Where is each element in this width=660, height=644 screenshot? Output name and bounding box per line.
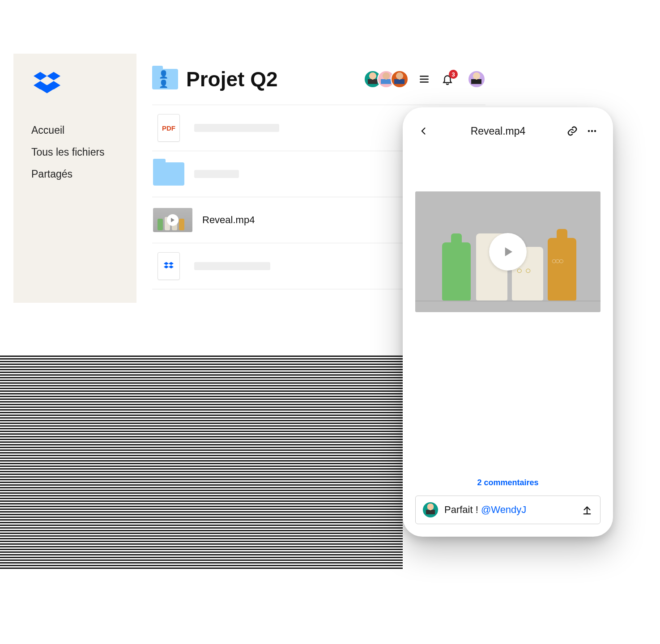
copy-link-button[interactable] bbox=[566, 124, 579, 138]
comments-link[interactable]: 2 commentaires bbox=[415, 470, 600, 496]
svg-marker-0 bbox=[34, 72, 47, 80]
comment-author-avatar bbox=[422, 501, 439, 518]
phone-header: Reveal.mp4 bbox=[415, 121, 600, 147]
comment-text[interactable]: Parfait ! @WendyJ bbox=[444, 504, 575, 516]
notifications-button[interactable]: 3 bbox=[440, 72, 455, 87]
pdf-icon: PDF bbox=[152, 115, 185, 141]
comment-body: Parfait ! bbox=[444, 504, 478, 515]
decorative-stripes bbox=[0, 356, 403, 570]
video-preview[interactable] bbox=[415, 191, 600, 312]
svg-marker-10 bbox=[169, 262, 174, 265]
folder-header: 👤👤 Projet Q2 3 bbox=[152, 67, 485, 105]
collaborator-avatars[interactable] bbox=[364, 70, 409, 88]
file-name-placeholder bbox=[194, 124, 279, 132]
sidebar-item-shared[interactable]: Partagés bbox=[31, 163, 119, 185]
svg-point-15 bbox=[594, 130, 596, 132]
phone-preview: Reveal.mp4 2 commentaires Parfait ! bbox=[403, 107, 613, 537]
comment-input[interactable]: Parfait ! @WendyJ bbox=[415, 496, 600, 524]
sidebar: Accueil Tous les fichiers Partagés bbox=[13, 54, 136, 303]
dropbox-file-icon bbox=[152, 253, 185, 279]
play-button[interactable] bbox=[489, 233, 527, 271]
shared-folder-icon: 👤👤 bbox=[152, 69, 178, 89]
phone-title: Reveal.mp4 bbox=[437, 125, 559, 137]
file-name-placeholder bbox=[194, 262, 270, 270]
svg-marker-1 bbox=[47, 72, 60, 80]
folder-title: Projet Q2 bbox=[186, 67, 356, 91]
current-user-avatar[interactable] bbox=[468, 70, 485, 88]
notification-badge: 3 bbox=[449, 70, 458, 79]
svg-marker-16 bbox=[505, 247, 512, 256]
more-button[interactable] bbox=[585, 124, 599, 138]
sidebar-item-all-files[interactable]: Tous les fichiers bbox=[31, 141, 119, 163]
sidebar-item-home[interactable]: Accueil bbox=[31, 119, 119, 141]
video-thumbnail bbox=[152, 207, 193, 233]
file-name: Reveal.mp4 bbox=[202, 214, 419, 226]
menu-icon[interactable] bbox=[417, 72, 432, 87]
svg-marker-12 bbox=[169, 265, 174, 268]
svg-marker-9 bbox=[164, 262, 169, 265]
play-icon bbox=[167, 214, 179, 226]
send-comment-button[interactable] bbox=[580, 503, 594, 517]
svg-point-13 bbox=[588, 130, 590, 132]
comment-mention[interactable]: @WendyJ bbox=[481, 504, 526, 515]
svg-marker-11 bbox=[164, 265, 169, 268]
avatar[interactable] bbox=[391, 70, 409, 88]
folder-icon bbox=[152, 161, 185, 187]
svg-point-14 bbox=[591, 130, 593, 132]
dropbox-logo-icon[interactable] bbox=[34, 72, 60, 95]
file-name-placeholder bbox=[194, 170, 239, 178]
svg-marker-8 bbox=[171, 218, 175, 222]
back-button[interactable] bbox=[417, 124, 430, 138]
